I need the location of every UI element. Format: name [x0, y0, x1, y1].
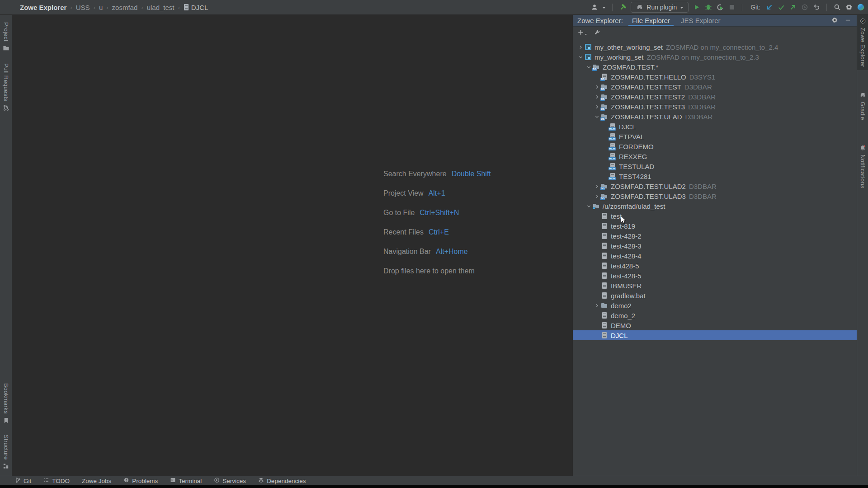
tree-row[interactable]: DSZOSMFAD.TEST.TEST2D3DBAR	[573, 92, 857, 102]
statusbar-item-problems[interactable]: Problems	[123, 477, 158, 484]
stop-icon[interactable]	[728, 4, 736, 11]
add-button[interactable]	[577, 29, 587, 38]
tree-row[interactable]: test-428-4	[573, 251, 857, 261]
tree-row[interactable]: IBMUSER	[573, 281, 857, 291]
tree-row[interactable]: demo2	[573, 300, 857, 310]
chevron-right-icon[interactable]	[576, 43, 585, 51]
commit-icon[interactable]	[777, 4, 785, 11]
tree-row[interactable]: test-428-3	[573, 241, 857, 251]
chevron-down-icon[interactable]	[585, 202, 593, 210]
dataset-file-icon: DS	[601, 73, 608, 80]
statusbar-item-services[interactable]: Services	[214, 477, 246, 484]
tree-row[interactable]: MEMREXXEG	[573, 151, 857, 161]
project-folder-icon	[3, 45, 9, 52]
tree-row[interactable]: DEMO	[573, 320, 857, 330]
breadcrumb-item[interactable]: zosmfad	[112, 4, 138, 11]
type-badge: DS	[600, 78, 605, 81]
tree-row-label: DEMO	[611, 322, 631, 329]
push-icon[interactable]	[789, 4, 797, 11]
stripe-tab-project[interactable]: Project	[0, 19, 12, 54]
minimize-icon[interactable]	[844, 17, 851, 25]
breadcrumb-item[interactable]: USS	[76, 4, 90, 11]
statusbar-item-terminal[interactable]: Terminal	[170, 477, 202, 484]
structure-icon	[3, 463, 9, 469]
tree-row[interactable]: DSZOSMFAD.TEST.ULAD2D3DBAR	[573, 181, 857, 191]
statusbar-item-dependencies[interactable]: Dependencies	[258, 477, 306, 484]
tree-row[interactable]: gradlew.bat	[573, 291, 857, 300]
uss-badge	[593, 207, 595, 210]
breadcrumb-item[interactable]: ulad_test	[147, 4, 175, 11]
tree-row-label: DJCL	[619, 123, 636, 131]
stripe-tab-structure[interactable]: Structure	[0, 432, 12, 472]
history-icon[interactable]	[801, 4, 808, 11]
tree-row[interactable]: test	[573, 211, 857, 221]
run-configuration-select[interactable]: Run plugin	[631, 2, 689, 13]
chevron-down-icon[interactable]	[576, 53, 585, 61]
chevron-right-icon[interactable]	[593, 83, 601, 91]
tree-row[interactable]: demo_2	[573, 310, 857, 320]
tree-row[interactable]: MEMTESTULAD	[573, 161, 857, 171]
tree-row[interactable]: DSZOSMFAD.TEST.HELLOD3SYS1	[573, 72, 857, 82]
breadcrumb-separator: ›	[106, 4, 108, 11]
statusbar-item-todo[interactable]: TODO	[43, 477, 70, 484]
hint-shortcut-keys: Alt+1	[429, 189, 445, 197]
tree-row[interactable]: my_other_working_setZOSMFAD on my_connec…	[573, 42, 857, 52]
build-hammer-icon[interactable]	[619, 4, 627, 11]
type-badge: DS	[600, 98, 605, 101]
tree-row[interactable]: /u/zosmfad/ulad_test	[573, 201, 857, 211]
settings-icon[interactable]	[831, 17, 838, 25]
stripe-tab-bookmarks[interactable]: Bookmarks	[0, 380, 12, 427]
chevron-right-icon[interactable]	[593, 103, 601, 111]
breadcrumb-item[interactable]: u	[99, 4, 103, 11]
stripe-tab-gradle[interactable]: Gradle	[857, 89, 868, 123]
tree-row[interactable]: MEMFORDEMO	[573, 141, 857, 151]
breadcrumb-item[interactable]: DJCL	[191, 4, 208, 11]
tree-row[interactable]: test428-5	[573, 261, 857, 271]
search-icon[interactable]	[833, 4, 841, 11]
pull-request-icon	[3, 104, 9, 111]
rollback-icon[interactable]	[812, 4, 820, 11]
tree-row[interactable]: test-819	[573, 221, 857, 231]
tree-row[interactable]: DSZOSMFAD.TEST.ULADD3DBAR	[573, 112, 857, 122]
profile-sphere-icon[interactable]	[857, 4, 864, 11]
run-icon[interactable]	[693, 4, 700, 11]
chevron-right-icon[interactable]	[593, 182, 601, 190]
update-project-icon[interactable]	[765, 4, 773, 11]
tree-row[interactable]: my_working_setZOSMFAD on my_connection_t…	[573, 52, 857, 62]
tree-row[interactable]: MEMDJCL	[573, 122, 857, 131]
chevron-right-icon[interactable]	[593, 301, 601, 310]
settings-icon[interactable]	[845, 4, 853, 11]
stripe-tab-zowe-explorer[interactable]: ZZowe Explorer	[857, 15, 868, 70]
debug-icon[interactable]	[704, 4, 712, 11]
profiler-icon[interactable]	[716, 4, 724, 11]
type-badge: MEM	[609, 167, 616, 170]
tree-row[interactable]: DSZOSMFAD.TEST.TEST3D3DBAR	[573, 102, 857, 112]
wrench-settings-button[interactable]	[594, 29, 600, 38]
tab-jes-explorer[interactable]: JES Explorer	[675, 15, 726, 26]
zowe-icon: Z	[859, 18, 866, 24]
stripe-tab-notifications[interactable]: Notifications	[857, 142, 868, 191]
chevron-down-icon[interactable]	[602, 3, 606, 11]
stripe-tab-pull-requests[interactable]: Pull Requests	[0, 61, 12, 114]
user-icon[interactable]	[590, 4, 598, 11]
statusbar-item-zowe-jobs[interactable]: Zowe Jobs	[82, 478, 111, 484]
tree-row[interactable]: test-428-5	[573, 271, 857, 281]
tree-row[interactable]: test-428-2	[573, 231, 857, 241]
chevron-right-icon[interactable]	[593, 93, 601, 101]
tree-row[interactable]: MEMTEST4281	[573, 171, 857, 181]
tab-file-explorer[interactable]: File Explorer	[627, 15, 675, 26]
statusbar-item-git[interactable]: Git	[15, 477, 31, 484]
tree-row[interactable]: DSZOSMFAD.TEST.ULAD3D3DBAR	[573, 191, 857, 201]
chevron-spacer	[593, 232, 601, 240]
chevron-down-icon	[680, 4, 684, 11]
breadcrumb-item[interactable]: Zowe Explorer	[20, 4, 66, 11]
tree-row-suffix: D3DBAR	[688, 93, 716, 101]
tree-row-label: DJCL	[611, 332, 628, 339]
tree-row[interactable]: DSZOSMFAD.TEST.*	[573, 62, 857, 72]
tree-row[interactable]: DSZOSMFAD.TEST.TESTD3DBAR	[573, 82, 857, 92]
tree-row[interactable]: MEMETPVAL	[573, 131, 857, 141]
tree-row[interactable]: DJCL	[573, 330, 857, 340]
chevron-down-icon[interactable]	[593, 113, 601, 121]
chevron-right-icon[interactable]	[593, 192, 601, 200]
chevron-down-icon[interactable]	[585, 63, 593, 71]
